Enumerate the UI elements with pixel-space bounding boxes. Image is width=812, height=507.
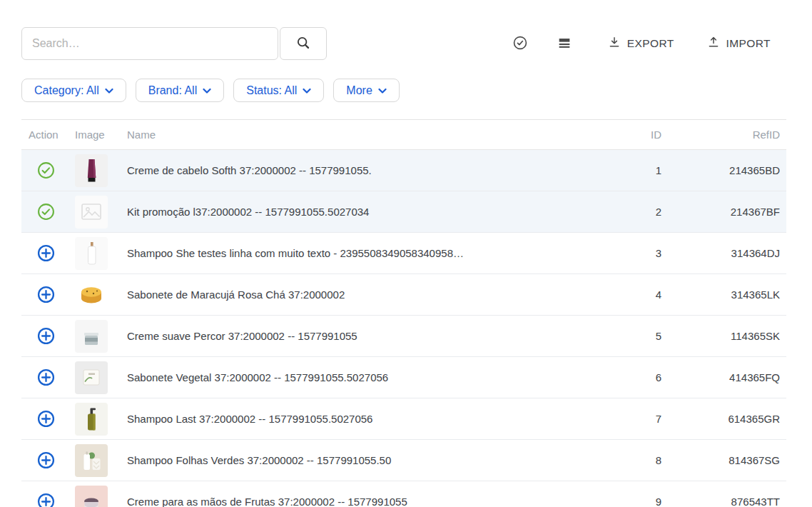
column-header-id: ID: [615, 129, 661, 141]
product-id: 3: [615, 247, 661, 259]
add-plus-icon[interactable]: [36, 368, 55, 387]
filter-more-label: More: [346, 84, 372, 97]
product-name: Sabonete Vegetal 37:2000002 -- 157799105…: [123, 371, 615, 383]
chevron-down-icon: [303, 84, 311, 97]
table-row[interactable]: Creme suave Percor 37:2000002 -- 1577991…: [21, 316, 786, 357]
column-header-action: Action: [21, 129, 70, 141]
table-body: Creme de cabelo Softh 37:2000002 -- 1577…: [21, 150, 786, 507]
product-name: Shampoo Last 37:2000002 -- 1577991055.50…: [123, 413, 615, 425]
column-header-image: Image: [70, 129, 123, 141]
filter-status-label: Status: All: [246, 84, 297, 97]
add-plus-icon[interactable]: [36, 244, 55, 263]
add-plus-icon[interactable]: [36, 286, 55, 304]
chevron-down-icon: [105, 84, 113, 97]
filter-category[interactable]: Category: All: [21, 79, 126, 102]
product-thumbnail-pink-jar: [75, 486, 108, 507]
filter-brand[interactable]: Brand: All: [136, 79, 224, 102]
product-name: Sabonete de Maracujá Rosa Chá 37:2000002: [123, 288, 615, 301]
image-cell: [70, 278, 123, 311]
action-cell: [21, 161, 70, 180]
rows-density-button[interactable]: [554, 32, 575, 56]
check-circle-icon: [512, 35, 528, 53]
download-icon: [608, 36, 621, 51]
product-thumbnail-gray-jar: [75, 320, 108, 353]
image-cell: [70, 154, 123, 187]
search-input[interactable]: [21, 27, 278, 60]
upload-icon: [707, 36, 720, 51]
filter-status[interactable]: Status: All: [233, 79, 324, 102]
product-name: Creme para as mãos de Frutas 37:2000002 …: [123, 496, 615, 507]
product-name: Creme de cabelo Softh 37:2000002 -- 1577…: [123, 164, 615, 176]
action-cell: [21, 244, 70, 263]
table-row[interactable]: Shampoo Last 37:2000002 -- 1577991055.50…: [21, 398, 786, 440]
table-row[interactable]: Creme de cabelo Softh 37:2000002 -- 1577…: [21, 150, 786, 191]
add-plus-icon[interactable]: [36, 493, 55, 507]
added-check-icon[interactable]: [36, 161, 55, 180]
image-cell: [70, 444, 123, 477]
product-refid: 314365LK: [661, 288, 786, 301]
product-name: Shampoo Folhas Verdes 37:2000002 -- 1577…: [123, 454, 615, 466]
chevron-down-icon: [378, 84, 387, 97]
product-id: 6: [615, 371, 661, 383]
column-header-refid: RefID: [661, 129, 786, 141]
action-cell: [21, 410, 70, 428]
product-id: 9: [615, 496, 661, 507]
filter-more[interactable]: More: [333, 79, 399, 102]
table-row[interactable]: Shampoo She testes linha com muito texto…: [21, 233, 786, 274]
export-button[interactable]: EXPORT: [608, 36, 674, 51]
import-label: IMPORT: [726, 37, 771, 50]
added-check-icon[interactable]: [36, 203, 55, 221]
product-refid: 414365FQ: [661, 371, 786, 383]
product-id: 5: [615, 330, 661, 342]
image-cell: [70, 237, 123, 270]
product-list-page: EXPORT IMPORT Category: All Brand: All S…: [0, 0, 812, 507]
table-row[interactable]: Creme para as mãos de Frutas 37:2000002 …: [21, 481, 786, 507]
table-header: Action Image Name ID RefID: [21, 119, 786, 150]
product-id: 1: [615, 164, 661, 176]
product-thumbnail-amber-pump: [75, 403, 108, 436]
filter-category-label: Category: All: [34, 84, 99, 97]
action-cell: [21, 493, 70, 507]
product-thumbnail-purple-tube: [75, 154, 108, 187]
table-row[interactable]: Shampoo Folhas Verdes 37:2000002 -- 1577…: [21, 440, 786, 481]
table-row[interactable]: Sabonete de Maracujá Rosa Chá 37:2000002…: [21, 274, 786, 316]
table-row[interactable]: Kit promoção l37:2000002 -- 1577991055.5…: [21, 191, 786, 233]
product-id: 8: [615, 454, 661, 466]
image-cell: [70, 361, 123, 394]
product-refid: 214365BD: [661, 164, 786, 176]
product-thumbnail-white-bottle: [75, 237, 108, 270]
product-thumbnail-square-soap: [75, 361, 108, 394]
product-refid: 314364DJ: [661, 247, 786, 259]
product-id: 2: [615, 206, 661, 218]
action-cell: [21, 286, 70, 304]
action-cell: [21, 451, 70, 470]
import-button[interactable]: IMPORT: [707, 36, 771, 51]
product-name: Creme suave Percor 37:2000002 -- 1577991…: [123, 330, 615, 342]
add-plus-icon[interactable]: [36, 327, 55, 346]
rows-density-icon: [557, 35, 572, 53]
product-refid: 114365SK: [661, 330, 786, 342]
products-table: Action Image Name ID RefID Creme de cabe…: [21, 119, 786, 507]
table-row[interactable]: Sabonete Vegetal 37:2000002 -- 157799105…: [21, 357, 786, 398]
search-icon: [295, 35, 311, 53]
image-cell: [70, 320, 123, 353]
product-name: Kit promoção l37:2000002 -- 1577991055.5…: [123, 206, 615, 218]
product-thumbnail-white-set: [75, 444, 108, 477]
product-refid: 614365GR: [661, 413, 786, 425]
action-cell: [21, 368, 70, 387]
product-thumbnail-yellow-soap: [75, 278, 108, 311]
product-refid: 814367SG: [661, 454, 786, 466]
check-circle-button[interactable]: [509, 32, 531, 56]
image-cell: [70, 403, 123, 436]
product-name: Shampoo She testes linha com muito texto…: [123, 247, 615, 259]
action-cell: [21, 327, 70, 346]
image-cell: [70, 196, 123, 229]
search-button[interactable]: [280, 27, 327, 60]
add-plus-icon[interactable]: [36, 410, 55, 428]
product-thumbnail-placeholder: [75, 196, 108, 229]
product-refid: 876543TT: [661, 496, 786, 507]
column-header-name: Name: [123, 129, 615, 141]
add-plus-icon[interactable]: [36, 451, 55, 470]
product-id: 4: [615, 288, 661, 301]
product-refid: 214367BF: [661, 206, 786, 218]
